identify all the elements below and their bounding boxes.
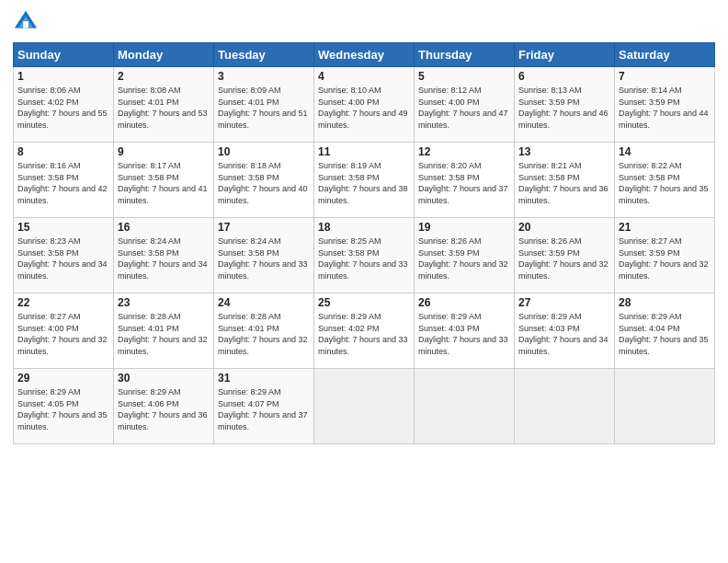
calendar-day-cell: 14 Sunrise: 8:22 AMSunset: 3:58 PMDaylig… [615, 143, 715, 218]
day-number: 27 [518, 296, 610, 309]
page-container: SundayMondayTuesdayWednesdayThursdayFrid… [0, 0, 728, 563]
calendar-day-cell: 11 Sunrise: 8:19 AMSunset: 3:58 PMDaylig… [314, 143, 415, 218]
calendar-day-cell: 28 Sunrise: 8:29 AMSunset: 4:04 PMDaylig… [615, 293, 715, 369]
calendar-day-cell: 13 Sunrise: 8:21 AMSunset: 3:58 PMDaylig… [515, 143, 615, 218]
logo-icon [13, 9, 39, 35]
day-info: Sunrise: 8:27 AMSunset: 4:00 PMDaylight:… [17, 312, 108, 356]
calendar-day-cell: 6 Sunrise: 8:13 AMSunset: 3:59 PMDayligh… [515, 67, 615, 143]
day-info: Sunrise: 8:28 AMSunset: 4:01 PMDaylight:… [118, 312, 208, 356]
day-info: Sunrise: 8:24 AMSunset: 3:58 PMDaylight:… [218, 236, 308, 281]
calendar-day-cell [615, 369, 715, 444]
day-number: 25 [318, 296, 410, 309]
day-number: 7 [619, 70, 711, 83]
day-number: 17 [218, 221, 310, 234]
calendar-day-cell: 21 Sunrise: 8:27 AMSunset: 3:59 PMDaylig… [615, 218, 715, 293]
day-info: Sunrise: 8:17 AMSunset: 3:58 PMDaylight:… [118, 161, 208, 205]
calendar-header-row: SundayMondayTuesdayWednesdayThursdayFrid… [14, 43, 715, 67]
calendar-day-cell: 8 Sunrise: 8:16 AMSunset: 3:58 PMDayligh… [14, 143, 114, 218]
calendar-day-cell: 30 Sunrise: 8:29 AMSunset: 4:06 PMDaylig… [114, 369, 214, 444]
calendar-day-cell: 1 Sunrise: 8:06 AMSunset: 4:02 PMDayligh… [14, 67, 114, 143]
calendar-header-cell: Tuesday [214, 43, 314, 67]
day-info: Sunrise: 8:29 AMSunset: 4:03 PMDaylight:… [518, 312, 609, 356]
calendar-day-cell: 12 Sunrise: 8:20 AMSunset: 3:58 PMDaylig… [415, 143, 515, 218]
day-info: Sunrise: 8:14 AMSunset: 3:59 PMDaylight:… [619, 86, 709, 130]
calendar-day-cell: 24 Sunrise: 8:28 AMSunset: 4:01 PMDaylig… [214, 293, 314, 369]
day-info: Sunrise: 8:21 AMSunset: 3:58 PMDaylight:… [518, 161, 609, 205]
day-number: 16 [118, 221, 210, 234]
day-info: Sunrise: 8:19 AMSunset: 3:58 PMDaylight:… [318, 161, 408, 205]
calendar-week-row: 15 Sunrise: 8:23 AMSunset: 3:58 PMDaylig… [14, 218, 715, 293]
calendar-day-cell: 22 Sunrise: 8:27 AMSunset: 4:00 PMDaylig… [14, 293, 114, 369]
day-number: 12 [418, 145, 510, 158]
calendar-day-cell: 20 Sunrise: 8:26 AMSunset: 3:59 PMDaylig… [515, 218, 615, 293]
day-number: 5 [418, 70, 510, 83]
calendar-day-cell: 4 Sunrise: 8:10 AMSunset: 4:00 PMDayligh… [314, 67, 415, 143]
day-info: Sunrise: 8:29 AMSunset: 4:04 PMDaylight:… [619, 312, 709, 356]
calendar-day-cell: 5 Sunrise: 8:12 AMSunset: 4:00 PMDayligh… [415, 67, 515, 143]
calendar-day-cell: 25 Sunrise: 8:29 AMSunset: 4:02 PMDaylig… [314, 293, 415, 369]
day-number: 15 [17, 221, 109, 234]
day-info: Sunrise: 8:10 AMSunset: 4:00 PMDaylight:… [318, 86, 408, 130]
calendar-header-cell: Saturday [615, 43, 715, 67]
calendar-day-cell: 3 Sunrise: 8:09 AMSunset: 4:01 PMDayligh… [214, 67, 314, 143]
calendar-day-cell: 19 Sunrise: 8:26 AMSunset: 3:59 PMDaylig… [415, 218, 515, 293]
logo [13, 9, 40, 35]
day-number: 28 [619, 296, 711, 309]
day-number: 13 [518, 145, 610, 158]
day-number: 11 [318, 145, 410, 158]
day-info: Sunrise: 8:18 AMSunset: 3:58 PMDaylight:… [218, 161, 308, 205]
calendar-day-cell: 17 Sunrise: 8:24 AMSunset: 3:58 PMDaylig… [214, 218, 314, 293]
calendar-day-cell: 18 Sunrise: 8:25 AMSunset: 3:58 PMDaylig… [314, 218, 415, 293]
calendar-day-cell [415, 369, 515, 444]
day-info: Sunrise: 8:12 AMSunset: 4:00 PMDaylight:… [418, 86, 508, 130]
calendar-body: 1 Sunrise: 8:06 AMSunset: 4:02 PMDayligh… [14, 67, 715, 444]
calendar-day-cell: 15 Sunrise: 8:23 AMSunset: 3:58 PMDaylig… [14, 218, 114, 293]
day-info: Sunrise: 8:24 AMSunset: 3:58 PMDaylight:… [118, 236, 208, 281]
svg-rect-2 [23, 21, 28, 28]
day-info: Sunrise: 8:08 AMSunset: 4:01 PMDaylight:… [118, 86, 208, 130]
day-number: 18 [318, 221, 410, 234]
calendar-week-row: 29 Sunrise: 8:29 AMSunset: 4:05 PMDaylig… [14, 369, 715, 444]
day-number: 26 [418, 296, 510, 309]
calendar-header-cell: Thursday [415, 43, 515, 67]
day-info: Sunrise: 8:26 AMSunset: 3:59 PMDaylight:… [518, 236, 609, 281]
day-number: 23 [118, 296, 210, 309]
calendar-header-cell: Wednesday [314, 43, 415, 67]
calendar-day-cell: 7 Sunrise: 8:14 AMSunset: 3:59 PMDayligh… [615, 67, 715, 143]
calendar-day-cell: 9 Sunrise: 8:17 AMSunset: 3:58 PMDayligh… [114, 143, 214, 218]
day-number: 21 [619, 221, 711, 234]
calendar-day-cell: 2 Sunrise: 8:08 AMSunset: 4:01 PMDayligh… [114, 67, 214, 143]
day-info: Sunrise: 8:28 AMSunset: 4:01 PMDaylight:… [218, 312, 308, 356]
day-number: 22 [17, 296, 109, 309]
day-number: 29 [17, 372, 109, 385]
day-info: Sunrise: 8:22 AMSunset: 3:58 PMDaylight:… [619, 161, 709, 205]
calendar-header-cell: Friday [515, 43, 615, 67]
day-number: 14 [619, 145, 711, 158]
day-number: 19 [418, 221, 510, 234]
day-info: Sunrise: 8:29 AMSunset: 4:07 PMDaylight:… [218, 387, 308, 431]
calendar-day-cell: 10 Sunrise: 8:18 AMSunset: 3:58 PMDaylig… [214, 143, 314, 218]
calendar-day-cell: 26 Sunrise: 8:29 AMSunset: 4:03 PMDaylig… [415, 293, 515, 369]
day-info: Sunrise: 8:20 AMSunset: 3:58 PMDaylight:… [418, 161, 508, 205]
calendar-week-row: 8 Sunrise: 8:16 AMSunset: 3:58 PMDayligh… [14, 143, 715, 218]
calendar-week-row: 1 Sunrise: 8:06 AMSunset: 4:02 PMDayligh… [14, 67, 715, 143]
day-info: Sunrise: 8:16 AMSunset: 3:58 PMDaylight:… [17, 161, 108, 205]
day-number: 2 [118, 70, 210, 83]
day-number: 20 [518, 221, 610, 234]
day-info: Sunrise: 8:29 AMSunset: 4:03 PMDaylight:… [418, 312, 508, 356]
day-info: Sunrise: 8:09 AMSunset: 4:01 PMDaylight:… [218, 86, 308, 130]
calendar-day-cell [515, 369, 615, 444]
day-number: 30 [118, 372, 210, 385]
day-info: Sunrise: 8:25 AMSunset: 3:58 PMDaylight:… [318, 236, 408, 281]
calendar-day-cell: 16 Sunrise: 8:24 AMSunset: 3:58 PMDaylig… [114, 218, 214, 293]
day-number: 31 [218, 372, 310, 385]
day-info: Sunrise: 8:27 AMSunset: 3:59 PMDaylight:… [619, 236, 709, 281]
day-number: 24 [218, 296, 310, 309]
day-number: 10 [218, 145, 310, 158]
day-info: Sunrise: 8:06 AMSunset: 4:02 PMDaylight:… [17, 86, 108, 130]
day-number: 6 [518, 70, 610, 83]
calendar-header-cell: Sunday [14, 43, 114, 67]
day-number: 1 [17, 70, 109, 83]
calendar-week-row: 22 Sunrise: 8:27 AMSunset: 4:00 PMDaylig… [14, 293, 715, 369]
calendar-day-cell: 31 Sunrise: 8:29 AMSunset: 4:07 PMDaylig… [214, 369, 314, 444]
